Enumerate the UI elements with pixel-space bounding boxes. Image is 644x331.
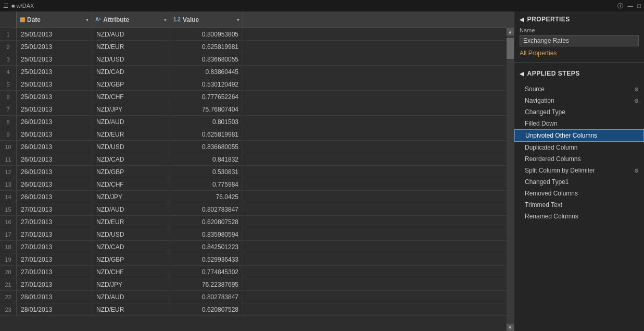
row-number: 22 <box>0 291 17 303</box>
step-label: Split Column by Delimiter <box>525 167 595 174</box>
val-dropdown-arrow[interactable]: ▾ <box>237 17 239 22</box>
value-column-header[interactable]: 1.2 Value ▾ <box>170 11 243 28</box>
table-body: 1 25/01/2013 NZD/AUD 0.800953805 2 25/01… <box>0 28 507 331</box>
date-cell: 27/01/2013 <box>17 203 92 215</box>
scroll-up-arrow[interactable]: ▲ <box>507 28 514 35</box>
date-cell: 28/01/2013 <box>17 303 92 315</box>
step-item-filled_down[interactable]: Filled Down <box>514 118 644 129</box>
scroll-down-arrow[interactable]: ▼ <box>507 324 514 331</box>
applied-steps-title: APPLIED STEPS <box>527 70 580 77</box>
attribute-cell: NZD/EUR <box>92 303 170 315</box>
step-item-split_column[interactable]: Split Column by Delimiter⚙ <box>514 165 644 176</box>
table-container: ▦ Date ▾ Aᶜ Attribute ▾ 1.2 Value ▾ 1 25… <box>0 11 514 331</box>
row-number: 11 <box>0 153 17 165</box>
name-label: Name <box>520 27 639 33</box>
step-item-navigation[interactable]: Navigation⚙ <box>514 95 644 106</box>
value-cell: 0.801503 <box>170 116 243 128</box>
step-gear-icon[interactable]: ⚙ <box>634 168 639 174</box>
step-item-duplicated_column[interactable]: Duplicated Column <box>514 142 644 153</box>
table-row: 22 28/01/2013 NZD/AUD 0.802783847 <box>0 291 507 303</box>
value-cell: 0.774845302 <box>170 266 243 278</box>
date-dropdown-arrow[interactable]: ▾ <box>86 17 89 22</box>
table-header: ▦ Date ▾ Aᶜ Attribute ▾ 1.2 Value ▾ <box>0 11 514 28</box>
step-label: Changed Type1 <box>525 178 569 186</box>
step-label: Filled Down <box>525 120 558 127</box>
row-number: 17 <box>0 228 17 240</box>
date-cell: 25/01/2013 <box>17 53 92 65</box>
table-row: 17 27/01/2013 NZD/USD 0.835980594 <box>0 228 507 241</box>
date-cell: 26/01/2013 <box>17 141 92 153</box>
date-column-header[interactable]: ▦ Date ▾ <box>17 11 92 28</box>
step-item-trimmed_text[interactable]: Trimmed Text <box>514 199 644 211</box>
date-cell: 26/01/2013 <box>17 191 92 203</box>
step-item-changed_type[interactable]: Changed Type <box>514 106 644 118</box>
table-scrollbar[interactable]: ▲ ▼ <box>507 28 514 331</box>
step-item-reordered_columns[interactable]: Reordered Columns <box>514 153 644 165</box>
scrollbar-thumb[interactable] <box>507 38 514 59</box>
value-cell: 0.802783847 <box>170 203 243 215</box>
attribute-cell: NZD/CHF <box>92 178 170 190</box>
table-row: 7 25/01/2013 NZD/JPY 75.76807404 <box>0 103 507 116</box>
row-number: 9 <box>0 128 17 140</box>
step-gear-icon[interactable]: ⚙ <box>634 87 639 92</box>
value-cell: 0.836680055 <box>170 141 243 153</box>
date-cell: 27/01/2013 <box>17 278 92 290</box>
date-cell: 25/01/2013 <box>17 41 92 53</box>
table-row: 3 25/01/2013 NZD/USD 0.836680055 <box>0 53 507 66</box>
row-number: 13 <box>0 178 17 190</box>
step-item-changed_type1[interactable]: Changed Type1 <box>514 176 644 188</box>
date-cell: 28/01/2013 <box>17 291 92 303</box>
name-value-box[interactable]: Exchange Rates <box>520 35 639 46</box>
scrollbar-track <box>507 35 514 324</box>
date-cell: 26/01/2013 <box>17 166 92 178</box>
table-row: 14 26/01/2013 NZD/JPY 76.0425 <box>0 191 507 203</box>
row-number: 7 <box>0 103 17 115</box>
table-row: 18 27/01/2013 NZD/CAD 0.842501223 <box>0 241 507 253</box>
menu-icon[interactable]: ☰ <box>3 3 8 9</box>
step-label: Source <box>525 85 545 93</box>
step-item-renamed_columns[interactable]: Renamed Columns <box>514 211 644 222</box>
table-row: 11 26/01/2013 NZD/CAD 0.841832 <box>0 153 507 166</box>
attr-dropdown-arrow[interactable]: ▾ <box>164 17 167 22</box>
row-number: 20 <box>0 266 17 278</box>
attribute-cell: NZD/USD <box>92 228 170 240</box>
attribute-cell: NZD/AUD <box>92 203 170 215</box>
value-cell: 0.83860445 <box>170 66 243 78</box>
attribute-cell: NZD/AUD <box>92 116 170 128</box>
minimize-icon[interactable]: — <box>627 3 633 9</box>
applied-steps-header: ◀ APPLIED STEPS <box>520 70 639 77</box>
step-gear-icon[interactable]: ⚙ <box>634 98 639 104</box>
attribute-column-header[interactable]: Aᶜ Attribute ▾ <box>92 11 170 28</box>
row-num-header <box>0 11 17 28</box>
step-item-source[interactable]: Source⚙ <box>514 83 644 95</box>
step-label: Removed Columns <box>525 190 578 197</box>
attribute-cell: NZD/JPY <box>92 191 170 203</box>
properties-title: PROPERTIES <box>527 16 570 23</box>
info-icon[interactable]: ⓘ <box>617 2 623 10</box>
table-row: 13 26/01/2013 NZD/CHF 0.775984 <box>0 178 507 191</box>
attribute-cell: NZD/CHF <box>92 91 170 103</box>
right-panel: ◀ PROPERTIES Name Exchange Rates All Pro… <box>514 11 644 331</box>
row-number: 8 <box>0 116 17 128</box>
step-item-unpivoted_other_columns[interactable]: Unpivoted Other Columns <box>514 129 644 142</box>
step-label: Unpivoted Other Columns <box>525 132 597 139</box>
row-number: 6 <box>0 91 17 103</box>
value-cell: 0.835980594 <box>170 228 243 240</box>
all-properties-link[interactable]: All Properties <box>520 50 557 57</box>
row-number: 2 <box>0 41 17 53</box>
step-item-removed_columns[interactable]: Removed Columns <box>514 188 644 199</box>
value-cell: 0.777652264 <box>170 91 243 103</box>
maximize-icon[interactable]: □ <box>637 3 641 9</box>
date-cell: 26/01/2013 <box>17 116 92 128</box>
applied-steps-triangle: ◀ <box>520 71 524 77</box>
date-cell: 25/01/2013 <box>17 91 92 103</box>
date-cell: 27/01/2013 <box>17 266 92 278</box>
top-bar-left: ☰ ■ w/DAX <box>3 3 34 9</box>
value-cell: 0.775984 <box>170 178 243 190</box>
value-cell: 0.800953805 <box>170 28 243 40</box>
row-number: 3 <box>0 53 17 65</box>
attribute-cell: NZD/USD <box>92 53 170 65</box>
date-cell: 27/01/2013 <box>17 216 92 228</box>
app-label: ■ w/DAX <box>11 3 34 9</box>
value-cell: 0.620807528 <box>170 216 243 228</box>
